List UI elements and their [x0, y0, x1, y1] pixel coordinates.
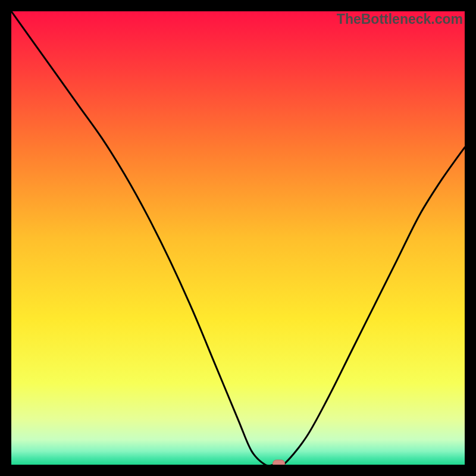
plot-area: TheBottleneck.com	[11, 11, 465, 465]
chart-frame: TheBottleneck.com	[0, 0, 476, 476]
bottleneck-chart	[11, 11, 465, 465]
gradient-background	[11, 11, 465, 465]
watermark-text: TheBottleneck.com	[337, 11, 463, 27]
optimal-point-marker	[273, 460, 285, 465]
